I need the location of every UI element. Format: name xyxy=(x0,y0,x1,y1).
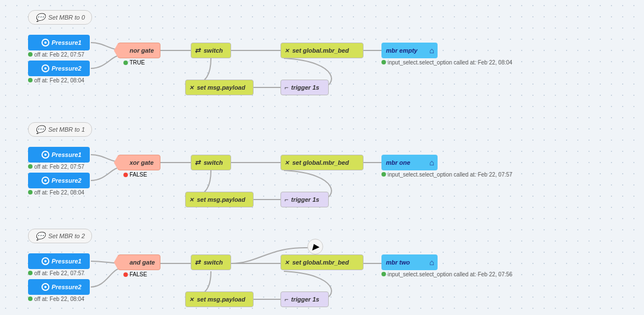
pressure-icon-g0-1 xyxy=(42,39,49,47)
gate-status-g1: FALSE xyxy=(123,172,147,178)
comment-set-mbr-0[interactable]: 💬 Set MBR to 0 xyxy=(28,10,92,25)
set-global-node-g0[interactable]: set global.mbr_bed xyxy=(280,43,364,58)
switch-node-g2[interactable]: switch xyxy=(191,254,231,270)
pressure-icon-g2-1 xyxy=(42,257,49,265)
set-global-node-g2[interactable]: set global.mbr_bed xyxy=(280,254,364,270)
trigger-node-g1[interactable]: trigger 1s xyxy=(280,192,329,207)
pressure2-node-g1[interactable]: Pressure2 off at: Feb 22, 08:04 xyxy=(28,173,90,188)
comment-icon-1: 💬 xyxy=(35,125,45,134)
pressure2-status-g2: off at: Feb 22, 08:04 xyxy=(28,296,84,302)
pressure-icon-g1-1 xyxy=(42,151,49,159)
flow-canvas: 💬 Set MBR to 0 Pressure1 off at: Feb 22,… xyxy=(0,0,644,315)
set-payload-node-g0[interactable]: set msg.payload xyxy=(185,80,254,95)
comment-set-mbr-2[interactable]: 💬 Set MBR to 2 xyxy=(28,229,92,243)
switch-node-g1[interactable]: switch xyxy=(191,155,231,170)
pressure1-status-g0: off at: Feb 22, 07:57 xyxy=(28,52,84,58)
pressure2-status-g1: off at: Feb 22, 08:04 xyxy=(28,189,84,196)
trigger-node-g2[interactable]: trigger 1s xyxy=(280,291,329,307)
mbr-status-g0: input_select.select_option called at: Fe… xyxy=(381,59,512,66)
mbr-node-g0[interactable]: mbr empty input_select.select_option cal… xyxy=(381,43,438,58)
pressure-icon-g2-2 xyxy=(42,283,49,291)
pressure1-node-g0[interactable]: Pressure1 off at: Feb 22, 07:57 xyxy=(28,35,90,50)
link-out-icon: ▶ xyxy=(312,242,319,251)
mbr-status-g1: input_select.select_option called at: Fe… xyxy=(381,172,512,178)
gate-status-g0: TRUE xyxy=(123,59,145,66)
comment-icon: 💬 xyxy=(35,13,45,22)
gate-node-g0[interactable]: nor gate TRUE xyxy=(118,43,160,58)
set-global-node-g1[interactable]: set global.mbr_bed xyxy=(280,155,364,170)
mbr-status-g2: input_select.select_option called at: Fe… xyxy=(381,271,512,277)
gate-status-g2: FALSE xyxy=(123,271,147,277)
set-payload-node-g2[interactable]: set msg.payload xyxy=(185,291,254,307)
gate-node-g1[interactable]: xor gate FALSE xyxy=(118,155,160,170)
comment-set-mbr-1[interactable]: 💬 Set MBR to 1 xyxy=(28,122,92,137)
set-payload-node-g1[interactable]: set msg.payload xyxy=(185,192,254,207)
gate-node-g2[interactable]: and gate FALSE xyxy=(118,254,160,270)
switch-node-g0[interactable]: switch xyxy=(191,43,231,58)
pressure1-status-g2: off at: Feb 22, 07:57 xyxy=(28,270,84,276)
mbr-node-g2[interactable]: mbr two input_select.select_option calle… xyxy=(381,254,438,270)
trigger-node-g0[interactable]: trigger 1s xyxy=(280,80,329,95)
pressure2-status-g0: off at: Feb 22, 08:04 xyxy=(28,77,84,84)
pressure-icon-g0-2 xyxy=(42,64,49,72)
pressure1-status-g1: off at: Feb 22, 07:57 xyxy=(28,164,84,170)
comment-icon-2: 💬 xyxy=(35,231,45,240)
pressure2-node-g0[interactable]: Pressure2 off at: Feb 22, 08:04 xyxy=(28,61,90,76)
pressure1-node-g1[interactable]: Pressure1 off at: Feb 22, 07:57 xyxy=(28,147,90,163)
pressure1-node-g2[interactable]: Pressure1 off at: Feb 22, 07:57 xyxy=(28,253,90,269)
pressure2-node-g2[interactable]: Pressure2 off at: Feb 22, 08:04 xyxy=(28,279,90,295)
mbr-node-g1[interactable]: mbr one input_select.select_option calle… xyxy=(381,155,438,170)
pressure-icon-g1-2 xyxy=(42,177,49,184)
